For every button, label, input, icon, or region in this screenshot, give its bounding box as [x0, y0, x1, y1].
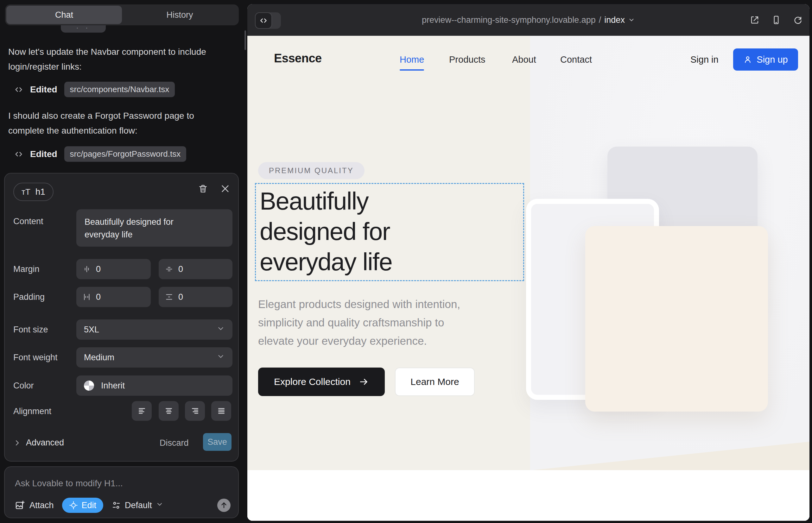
user-icon [743, 55, 752, 64]
chevron-down-icon [217, 325, 225, 335]
url-page: index [604, 15, 625, 25]
element-tag-badge: тT h1 [13, 183, 54, 201]
font-size-label: Font size [13, 325, 48, 335]
padding-y-icon [165, 293, 173, 301]
code-preview-toggle[interactable] [255, 12, 281, 29]
close-icon [220, 184, 230, 194]
margin-x-input[interactable]: 0 [76, 259, 151, 279]
app: Chat History · · Now let's update the Na… [0, 0, 812, 523]
tab-chat[interactable]: Chat [6, 6, 122, 24]
decorative-panel-cream [585, 226, 768, 412]
url-breadcrumb[interactable]: preview--charming-site-symphony.lovable.… [247, 4, 810, 36]
refresh-icon [793, 15, 802, 25]
color-swatch-transparent [84, 381, 94, 391]
sign-in-link[interactable]: Sign in [690, 54, 719, 65]
file-chip[interactable]: src/components/Navbar.tsx [64, 82, 175, 97]
chevron-down-icon [156, 501, 163, 510]
prompt-input[interactable]: Ask Lovable to modify H1... [15, 479, 123, 488]
element-tag-name: h1 [35, 187, 45, 197]
sign-up-label: Sign up [757, 54, 788, 65]
edit-mode-button[interactable]: Edit [62, 498, 104, 513]
color-label: Color [13, 381, 34, 391]
content-input[interactable]: Beautifully designed for everyday life [76, 209, 232, 247]
preferences-icon [111, 501, 121, 510]
align-right-button[interactable] [185, 401, 205, 421]
sign-up-button[interactable]: Sign up [733, 49, 798, 71]
browser-bar: preview--charming-site-symphony.lovable.… [247, 4, 810, 36]
color-value: Inherit [101, 381, 125, 391]
nav-link-contact[interactable]: Contact [560, 54, 592, 65]
color-select[interactable]: Inherit [76, 376, 232, 396]
nav-link-products[interactable]: Products [449, 54, 485, 65]
advanced-label: Advanced [26, 438, 64, 448]
code-view-segment[interactable] [255, 12, 272, 29]
scrolled-chip-partial: · · [61, 25, 106, 33]
padding-label: Padding [13, 292, 45, 302]
delete-element-button[interactable] [198, 184, 209, 194]
open-external-button[interactable] [750, 15, 759, 25]
chevron-down-icon [628, 16, 635, 23]
discard-button[interactable]: Discard [160, 438, 189, 448]
type-icon: тT [21, 187, 30, 197]
advanced-toggle[interactable]: Advanced [13, 438, 64, 448]
edited-label: Edited [30, 85, 57, 95]
padding-y-input[interactable]: 0 [159, 287, 232, 307]
font-weight-value: Medium [84, 353, 114, 362]
align-justify-icon [217, 406, 226, 416]
prompt-box: Ask Lovable to modify H1... Attach Edit … [4, 466, 239, 518]
padding-x-icon [83, 293, 91, 301]
image-plus-icon [15, 500, 25, 510]
chevron-right-icon [13, 439, 21, 447]
content-label: Content [13, 217, 43, 227]
mobile-view-button[interactable] [772, 15, 781, 25]
margin-x-icon [83, 265, 91, 273]
learn-more-button[interactable]: Learn More [395, 367, 475, 396]
tab-history[interactable]: History [122, 6, 237, 24]
alignment-label: Alignment [13, 407, 51, 416]
file-chip[interactable]: src/pages/ForgotPassword.tsx [64, 146, 187, 162]
mode-select[interactable]: Default [111, 501, 163, 510]
arrow-up-icon [220, 501, 228, 509]
nav-link-home[interactable]: Home [400, 54, 424, 65]
preview-frame: preview--charming-site-symphony.lovable.… [247, 4, 810, 521]
site-logo[interactable]: Essence [274, 52, 322, 65]
browser-actions [750, 4, 802, 36]
hero-badge: PREMIUM QUALITY [258, 162, 365, 179]
align-center-button[interactable] [159, 401, 179, 421]
sidebar-tabbar: Chat History [5, 4, 239, 25]
nav-link-about[interactable]: About [512, 54, 536, 65]
attach-label: Attach [30, 501, 54, 510]
align-left-icon [137, 406, 147, 416]
url-separator: / [599, 15, 601, 25]
font-size-select[interactable]: 5XL [76, 320, 232, 340]
align-left-button[interactable] [132, 401, 152, 421]
padding-x-input[interactable]: 0 [76, 287, 151, 307]
hero-paragraph: Elegant products designed with intention… [258, 295, 483, 350]
margin-y-value: 0 [178, 264, 183, 274]
margin-y-input[interactable]: 0 [159, 259, 232, 279]
phone-icon [772, 15, 781, 25]
margin-label: Margin [13, 264, 40, 274]
align-center-icon [164, 406, 174, 416]
padding-y-value: 0 [178, 292, 183, 302]
content-value: Beautifully designed for everyday life [85, 216, 202, 241]
send-button[interactable] [217, 499, 231, 512]
site-page: Essence Home Products About Contact Sign… [247, 36, 810, 521]
attach-button[interactable]: Attach [15, 500, 54, 510]
close-panel-button[interactable] [220, 184, 231, 194]
refresh-button[interactable] [793, 15, 802, 25]
element-editor-panel: тT h1 Content Beautifully designed for e… [4, 173, 239, 462]
chevron-down-icon [217, 353, 225, 363]
explore-collection-button[interactable]: Explore Collection [258, 367, 385, 396]
font-weight-label: Font weight [13, 353, 58, 362]
selected-element-outline[interactable]: Beautifully designed for everyday life [255, 183, 524, 281]
save-button[interactable]: Save [203, 433, 231, 451]
url-domain: preview--charming-site-symphony.lovable.… [422, 15, 596, 25]
sidebar-scrollbar[interactable] [245, 30, 246, 50]
edited-file-row: Edited src/components/Navbar.tsx [14, 82, 175, 97]
align-justify-button[interactable] [211, 401, 231, 421]
font-size-value: 5XL [84, 325, 99, 335]
edited-label: Edited [30, 149, 57, 159]
chat-message: Now let's update the Navbar component to… [8, 44, 232, 74]
font-weight-select[interactable]: Medium [76, 347, 232, 367]
